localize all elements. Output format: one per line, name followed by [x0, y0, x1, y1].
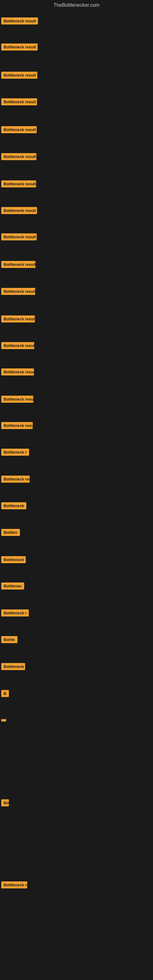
result-row-28: Bottleneck re — [1, 881, 27, 890]
result-row-17: Bottleneck resu — [1, 476, 30, 484]
result-row-2: Bottleneck result — [1, 72, 37, 80]
bottleneck-badge-2: Bottleneck result — [1, 72, 37, 79]
result-row-20: Bottleneck — [1, 556, 26, 565]
result-row-12: Bottleneck result — [1, 342, 34, 350]
bottleneck-badge-13: Bottleneck result — [1, 368, 34, 375]
bottleneck-badge-19: Bottlen — [1, 529, 20, 536]
bottleneck-badge-17: Bottleneck resu — [1, 476, 30, 483]
result-row-15: Bottleneck result — [1, 422, 33, 430]
bottleneck-badge-28: Bottleneck re — [1, 881, 27, 888]
bottleneck-badge-10: Bottleneck result — [1, 288, 35, 295]
bottleneck-badge-24: Bottleneck — [1, 663, 25, 670]
bottleneck-badge-9: Bottleneck result — [1, 261, 35, 268]
result-row-8: Bottleneck result — [1, 233, 37, 242]
bottleneck-badge-18: Bottleneck — [1, 502, 26, 509]
bottleneck-badge-12: Bottleneck result — [1, 342, 34, 349]
result-row-16: Bottleneck r — [1, 449, 29, 457]
result-row-13: Bottleneck result — [1, 368, 34, 377]
bottleneck-badge-22: Bottleneck r — [1, 609, 29, 616]
bottleneck-badge-16: Bottleneck r — [1, 449, 29, 456]
result-row-9: Bottleneck result — [1, 261, 35, 269]
bottleneck-badge-5: Bottleneck result — [1, 153, 37, 160]
bottleneck-badge-6: Bottleneck result — [1, 180, 36, 188]
bottleneck-badge-20: Bottleneck — [1, 556, 26, 563]
result-row-5: Bottleneck result — [1, 153, 37, 161]
site-header: TheBottlenecker.com — [0, 0, 153, 9]
bottleneck-badge-3: Bottleneck result — [1, 98, 37, 105]
result-row-4: Bottleneck result — [1, 126, 37, 134]
result-row-0: Bottleneck result — [1, 18, 38, 26]
bottleneck-badge-1: Bottleneck result — [1, 43, 38, 51]
bottleneck-badge-11: Bottleneck result — [1, 315, 35, 323]
result-row-1: Bottleneck result — [1, 43, 38, 52]
result-row-25: B — [1, 690, 9, 698]
result-row-11: Bottleneck result — [1, 315, 35, 324]
bottleneck-badge-25: B — [1, 690, 9, 697]
bottleneck-badge-23: Bottle — [1, 636, 18, 643]
bottleneck-badge-27: Bo — [1, 799, 9, 807]
result-row-19: Bottlen — [1, 529, 20, 537]
result-row-26 — [1, 717, 6, 723]
bottleneck-badge-26 — [1, 719, 6, 722]
bottleneck-badge-15: Bottleneck result — [1, 422, 33, 429]
bottleneck-badge-0: Bottleneck result — [1, 18, 38, 24]
bottleneck-badge-7: Bottleneck result — [1, 207, 37, 214]
bottleneck-badge-4: Bottleneck result — [1, 126, 37, 133]
result-row-18: Bottleneck — [1, 502, 26, 511]
result-row-23: Bottle — [1, 636, 18, 644]
result-row-7: Bottleneck result — [1, 207, 37, 215]
result-row-10: Bottleneck result — [1, 288, 35, 296]
result-row-6: Bottleneck result — [1, 180, 36, 189]
result-row-24: Bottleneck — [1, 663, 25, 671]
bottleneck-badge-8: Bottleneck result — [1, 233, 37, 240]
result-row-22: Bottleneck r — [1, 609, 29, 618]
bottleneck-badge-21: Bottlenec — [1, 582, 24, 590]
site-title: TheBottlenecker.com — [0, 0, 153, 9]
result-row-3: Bottleneck result — [1, 98, 37, 107]
bottleneck-badge-14: Bottleneck result — [1, 396, 33, 403]
result-row-21: Bottlenec — [1, 582, 24, 591]
result-row-27: Bo — [1, 799, 9, 808]
result-row-14: Bottleneck result — [1, 396, 33, 404]
